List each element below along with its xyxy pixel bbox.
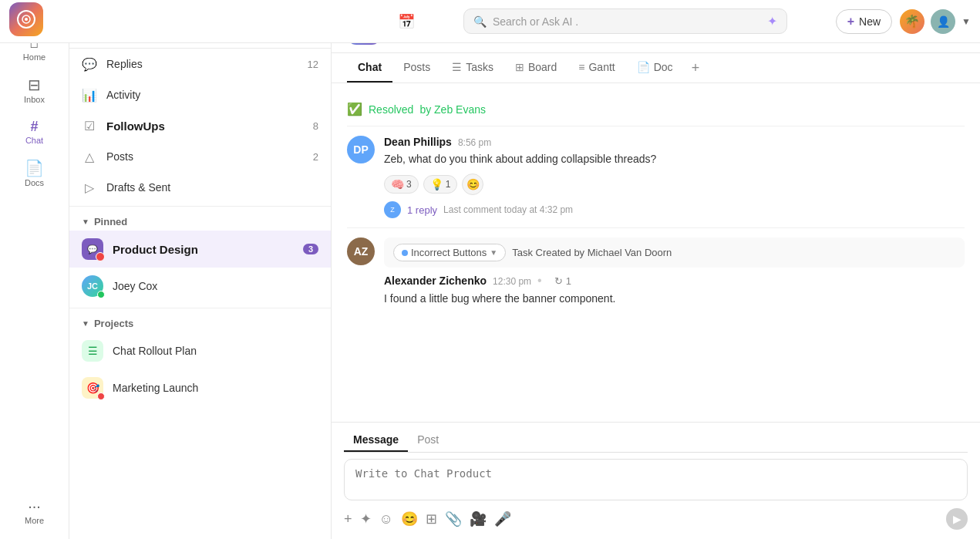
projects-section-header[interactable]: ▼ Projects xyxy=(69,312,331,332)
reaction-brain[interactable]: 🧠 3 xyxy=(384,175,419,194)
chat-item-drafts[interactable]: ▷ Drafts & Sent xyxy=(69,172,331,203)
dean-name: Dean Phillips xyxy=(384,136,452,148)
chat-list: 💬 Replies 12 📊 Activity ☑ FollowUps 8 △ … xyxy=(69,49,331,539)
resolved-text: Resolved xyxy=(369,103,413,116)
chat-item-marketing[interactable]: 🎯 Marketing Launch xyxy=(69,369,331,406)
chat-item-product-design[interactable]: 💬 Product Design 3 xyxy=(69,231,331,268)
topbar-center: 📅 🔍 Search or Ask AI . ✦ + New xyxy=(398,8,892,34)
app-logo[interactable] xyxy=(9,2,43,36)
sync-indicator: ↻ 1 xyxy=(554,275,571,287)
rollout-project-icon: ☰ xyxy=(82,340,103,362)
toolbar-mic-icon[interactable]: 🎤 xyxy=(494,510,511,527)
tab-add-button[interactable]: + xyxy=(687,54,705,83)
toolbar-emoji-icon[interactable]: ☺ xyxy=(379,511,393,527)
chat-item-activity[interactable]: 📊 Activity xyxy=(69,79,331,110)
search-placeholder: Search or Ask AI . xyxy=(493,15,761,28)
topbar-user-avatar[interactable]: 👤 xyxy=(931,9,955,34)
task-status-label: Incorrect Buttons xyxy=(411,247,487,258)
gantt-icon: ≡ xyxy=(578,61,584,73)
thread-reply-count: 1 reply xyxy=(407,204,437,216)
dean-text: Zeb, what do you think about adding coll… xyxy=(384,151,965,167)
task-created-label: Task Created by Michael Van Doorn xyxy=(512,247,672,258)
toolbar-smiley-icon[interactable]: 😊 xyxy=(401,510,418,527)
tab-doc[interactable]: 📄 Doc xyxy=(626,53,684,83)
toolbar-plus-icon[interactable]: + xyxy=(344,511,352,527)
message-dean: DP Dean Phillips 8:56 pm Zeb, what do yo… xyxy=(347,126,965,227)
toolbar-grid-icon[interactable]: ⊞ xyxy=(426,510,437,527)
nav-sidebar: ▼ ⌂ Home ⊟ Inbox # Chat 📄 Docs ··· More xyxy=(0,0,69,539)
activity-label: Activity xyxy=(106,89,318,101)
joey-cox-avatar: JC xyxy=(82,275,103,297)
tab-tasks[interactable]: ☰ Tasks xyxy=(441,53,504,83)
tab-board-label: Board xyxy=(528,61,557,73)
dean-message-header: Dean Phillips 8:56 pm xyxy=(384,136,965,148)
calendar-icon[interactable]: 📅 xyxy=(398,13,415,30)
toolbar-sparkle-icon[interactable]: ✦ xyxy=(360,510,372,527)
task-created-text: Task Created by Michael Van Doorn xyxy=(512,247,672,258)
tab-gantt[interactable]: ≡ Gantt xyxy=(567,53,625,83)
chat-item-rollout[interactable]: ☰ Chat Rollout Plan xyxy=(69,332,331,369)
tasks-list-icon: ☰ xyxy=(452,61,462,73)
tab-chat[interactable]: Chat xyxy=(347,53,392,83)
joey-online-indicator xyxy=(97,291,105,298)
pinned-section-header[interactable]: ▼ Pinned xyxy=(69,210,331,231)
tabs-bar: Chat Posts ☰ Tasks ⊞ Board ≡ Gantt xyxy=(332,53,980,83)
alexander-time: 12:30 pm xyxy=(493,276,531,287)
input-tab-post[interactable]: Post xyxy=(408,429,448,452)
posts-label: Posts xyxy=(106,150,304,163)
sidebar-item-inbox-label: Inbox xyxy=(24,95,45,104)
sidebar-item-inbox[interactable]: ⊟ Inbox xyxy=(5,71,64,110)
board-icon: ⊞ xyxy=(515,61,524,73)
message-input[interactable] xyxy=(344,459,968,500)
input-area: Message Post + ✦ ☺ 😊 ⊞ 📎 🎥 🎤 ▶ xyxy=(332,422,980,539)
alexander-avatar: AZ xyxy=(347,237,375,265)
resolved-banner: ✅ Resolved by Zeb Evans xyxy=(347,96,965,126)
rollout-label: Chat Rollout Plan xyxy=(113,345,318,357)
followups-count: 8 xyxy=(313,120,318,132)
sync-icon: ↻ xyxy=(554,275,563,287)
product-design-badge: 3 xyxy=(303,244,318,254)
input-tab-message[interactable]: Message xyxy=(344,429,408,452)
toolbar-attach-icon[interactable]: 📎 xyxy=(445,510,462,527)
sidebar-item-docs[interactable]: 📄 Docs xyxy=(5,154,64,194)
reaction-bulb[interactable]: 💡 1 xyxy=(423,175,458,194)
add-reaction-button[interactable]: 😊 xyxy=(462,173,483,195)
followups-label: FollowUps xyxy=(106,120,304,133)
logo-inner xyxy=(17,10,35,29)
sidebar-item-chat[interactable]: # Chat xyxy=(5,113,64,151)
topbar-right: 🌴 👤 ▼ xyxy=(900,9,971,34)
drafts-label: Drafts & Sent xyxy=(106,181,318,194)
pinned-arrow-icon: ▼ xyxy=(82,217,89,226)
chat-item-joey-cox[interactable]: JC Joey Cox xyxy=(69,268,331,305)
sidebar-item-more[interactable]: ··· More xyxy=(5,492,64,531)
topbar-chevron-icon[interactable]: ▼ xyxy=(961,16,971,27)
task-status-dot xyxy=(402,250,408,256)
tab-board[interactable]: ⊞ Board xyxy=(504,53,567,83)
input-tabs: Message Post xyxy=(344,423,968,453)
sync-count: 1 xyxy=(566,275,571,287)
svg-point-1 xyxy=(25,18,28,21)
thread-meta: Last comment today at 4:32 pm xyxy=(443,204,573,215)
message-alexander: AZ Incorrect Buttons ▼ Task Created by M… xyxy=(347,227,965,316)
replies-icon: 💬 xyxy=(82,56,97,72)
chat-item-followups[interactable]: ☑ FollowUps 8 xyxy=(69,110,331,141)
dean-message-body: Dean Phillips 8:56 pm Zeb, what do you t… xyxy=(384,136,965,218)
alexander-name: Alexander Zichenko xyxy=(384,275,487,287)
toolbar-video-icon[interactable]: 🎥 xyxy=(470,510,487,527)
send-button[interactable]: ▶ xyxy=(946,508,968,530)
task-status-pill[interactable]: Incorrect Buttons ▼ xyxy=(393,244,506,261)
new-button[interactable]: + New xyxy=(836,9,892,34)
chat-item-posts[interactable]: △ Posts 2 xyxy=(69,141,331,172)
new-btn-plus-icon: + xyxy=(847,15,854,29)
chat-panel: Chat + 💬 Replies 12 📊 Activity ☑ FollowU… xyxy=(69,0,332,539)
chat-item-replies[interactable]: 💬 Replies 12 xyxy=(69,49,331,79)
reply-thread[interactable]: Z 1 reply Last comment today at 4:32 pm xyxy=(384,201,965,218)
more-icon: ··· xyxy=(28,498,41,514)
pinned-section-label: Pinned xyxy=(94,216,127,227)
posts-icon: △ xyxy=(82,149,97,164)
search-bar[interactable]: 🔍 Search or Ask AI . ✦ xyxy=(463,8,787,34)
tab-posts[interactable]: Posts xyxy=(392,53,441,83)
task-status-chevron-icon: ▼ xyxy=(490,248,497,257)
bulb-count: 1 xyxy=(446,179,451,190)
alexander-text: I found a little bug where the banner co… xyxy=(384,291,965,307)
